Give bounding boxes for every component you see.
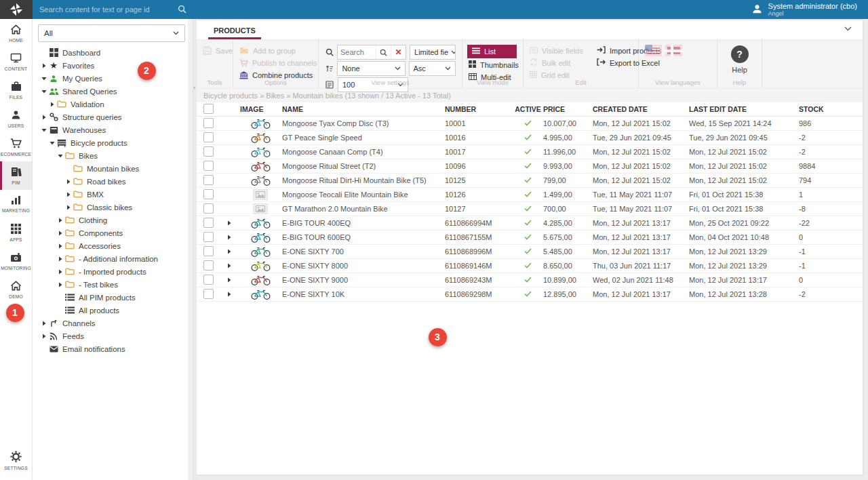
column-header-created[interactable]: CREATED DATE [593, 105, 689, 113]
row-checkbox[interactable] [203, 118, 214, 128]
row-expand-icon[interactable] [220, 235, 239, 240]
table-row[interactable]: Mongoose Ritual Street (T2)100969.993,00… [197, 159, 863, 174]
tree-item-all-pim-products[interactable]: All PIM products [33, 291, 192, 304]
tree-caret-right-icon[interactable] [39, 115, 48, 120]
row-checkbox[interactable] [203, 246, 214, 256]
tree-item-mountain-bikes[interactable]: Mountain bikes [33, 162, 192, 175]
table-row[interactable]: GT Marathon 2.0 Mountain Bike10127700,00… [197, 202, 863, 216]
tree-item-bicycle-products[interactable]: Bicycle products [33, 136, 192, 149]
product-name[interactable]: E-BIG TOUR 400EQ [282, 219, 445, 227]
row-expand-icon[interactable] [220, 220, 239, 226]
tab-products[interactable]: PRODUCTS [210, 26, 259, 39]
table-row[interactable]: Mongoose Tyax Comp Disc (T3)1000110.007,… [197, 117, 863, 131]
row-checkbox[interactable] [203, 189, 214, 199]
row-expand-icon[interactable] [220, 277, 239, 283]
row-expand-icon[interactable] [220, 263, 239, 268]
visible-fields-button[interactable]: Visible fields [530, 45, 583, 56]
product-name[interactable]: E-ONE SIXTY 9000 [282, 276, 445, 284]
product-name[interactable]: E-ONE SIXTY 700 [282, 247, 445, 256]
collapse-sidebar-icon[interactable]: ‹ [192, 83, 197, 92]
search-icon[interactable] [178, 5, 186, 15]
thumbnails-view-button[interactable]: Thumbnails [469, 59, 517, 71]
product-search-input[interactable] [338, 48, 376, 56]
tree-caret-right-icon[interactable] [56, 243, 64, 249]
tree-item-test-bikes[interactable]: - Test bikes [33, 278, 192, 291]
row-checkbox[interactable] [203, 203, 214, 214]
danish-flag-icon[interactable] [665, 45, 682, 56]
tree-item-my-queries[interactable]: My Queries [33, 72, 192, 85]
tree-caret-down-icon[interactable] [47, 141, 56, 145]
select-all-checkbox[interactable] [203, 104, 214, 114]
column-header-image[interactable]: IMAGE [239, 105, 282, 113]
tree-caret-right-icon[interactable] [64, 192, 73, 197]
tree-caret-down-icon[interactable] [39, 128, 48, 132]
sort-direction-select[interactable]: Asc [409, 61, 456, 76]
tree-caret-down-icon[interactable] [56, 154, 64, 158]
global-search-input[interactable] [39, 5, 175, 14]
row-checkbox[interactable] [203, 132, 214, 142]
product-name[interactable]: Mongoose Tyax Comp Disc (T3) [282, 119, 445, 127]
tree-item-warehouses[interactable]: Warehouses [33, 123, 192, 136]
tree-item-feeds[interactable]: Feeds [33, 329, 192, 342]
tree-item-imported-products[interactable]: - Imported products [33, 265, 192, 278]
tree-caret-right-icon[interactable] [47, 102, 56, 107]
rail-item-users[interactable]: USERS [0, 104, 32, 133]
row-checkbox[interactable] [203, 232, 214, 242]
product-name[interactable]: Mongoose Teocali Elite Mountain Bike [282, 191, 445, 199]
add-to-group-button[interactable]: Add to group [239, 45, 312, 56]
row-expand-icon[interactable] [220, 292, 239, 297]
column-header-lastedit[interactable]: LAST EDIT DATE [689, 105, 799, 113]
product-name[interactable]: E-ONE SIXTY 8000 [282, 262, 445, 270]
tree-item-accessories[interactable]: Accessories [33, 239, 192, 252]
product-name[interactable]: Mongoose Ritual Dirt-Hi Mountain Bike (T… [282, 176, 445, 184]
row-checkbox[interactable] [203, 175, 214, 185]
row-checkbox[interactable] [203, 218, 214, 228]
rail-item-monitoring[interactable]: MONITORING [0, 247, 32, 275]
rail-item-home[interactable]: HOME [0, 19, 32, 47]
tree-item-favorites[interactable]: ★Favorites [33, 59, 192, 72]
tree-caret-right-icon[interactable] [56, 282, 64, 287]
tree-caret-right-icon[interactable] [64, 179, 73, 184]
fields-select[interactable]: Limited fie [410, 45, 456, 60]
column-header-name[interactable]: NAME [282, 105, 445, 113]
tree-item-clothing[interactable]: Clothing [33, 214, 192, 226]
product-name[interactable]: Mongoose Ritual Street (T2) [282, 162, 445, 170]
tree-filter-select[interactable]: All [38, 24, 185, 42]
panel-chevron-down-icon[interactable] [844, 26, 852, 31]
tree-caret-down-icon[interactable] [39, 77, 48, 81]
tree-item-dashboard[interactable]: Dashboard [33, 46, 192, 59]
product-name[interactable]: Mongoose Canaan Comp (T4) [282, 148, 445, 156]
row-checkbox[interactable] [203, 289, 214, 299]
product-name[interactable]: E-ONE SIXTY 10K [282, 290, 445, 298]
tree-item-road-bikes[interactable]: Road bikes [33, 175, 192, 188]
table-row[interactable]: E-BIG TOUR 400EQ6110866994M4.285,00Mon, … [197, 216, 863, 231]
tree-item-all-products[interactable]: All products [33, 304, 192, 317]
tree-item-components[interactable]: Components [33, 226, 192, 239]
column-header-number[interactable]: NUMBER [445, 105, 513, 113]
app-logo[interactable] [0, 0, 33, 19]
save-button[interactable]: Save [203, 45, 226, 56]
tree-caret-right-icon[interactable] [56, 218, 64, 223]
table-row[interactable]: E-BIG TOUR 600EQ6110867155M5.675,00Mon, … [197, 231, 863, 245]
rail-item-content[interactable]: CONTENT [0, 47, 32, 76]
run-search-icon[interactable] [376, 45, 391, 59]
row-expand-icon[interactable] [220, 249, 239, 254]
bulk-edit-button[interactable]: Bulk edit [530, 57, 583, 68]
tree-item-channels[interactable]: Channels [33, 317, 192, 329]
rail-item-marketing[interactable]: MARKETING [0, 190, 32, 218]
rail-item-pim[interactable]: PIM [0, 161, 32, 190]
rail-item-demo[interactable]: DEMO [0, 275, 32, 304]
tree-caret-right-icon[interactable] [39, 321, 48, 326]
tree-caret-right-icon[interactable] [56, 256, 64, 262]
tree-item-structure-queries[interactable]: Structure queries [33, 111, 192, 123]
column-header-stock[interactable]: STOCK [799, 105, 863, 113]
table-row[interactable]: Mongoose Teocali Elite Mountain Bike1012… [197, 188, 863, 202]
table-row[interactable]: E-ONE SIXTY 80006110869146M8.650,00Thu, … [197, 259, 863, 273]
column-header-active[interactable]: ACTIVE [513, 105, 543, 113]
list-view-button[interactable]: List [467, 45, 517, 58]
user-menu[interactable]: System administrator (cbo) Angel [751, 2, 868, 18]
product-name[interactable]: GT Peace Single Speed [282, 134, 445, 142]
row-checkbox[interactable] [203, 161, 214, 171]
rail-item-apps[interactable]: APPS [0, 218, 32, 247]
tree-caret-right-icon[interactable] [64, 205, 73, 210]
